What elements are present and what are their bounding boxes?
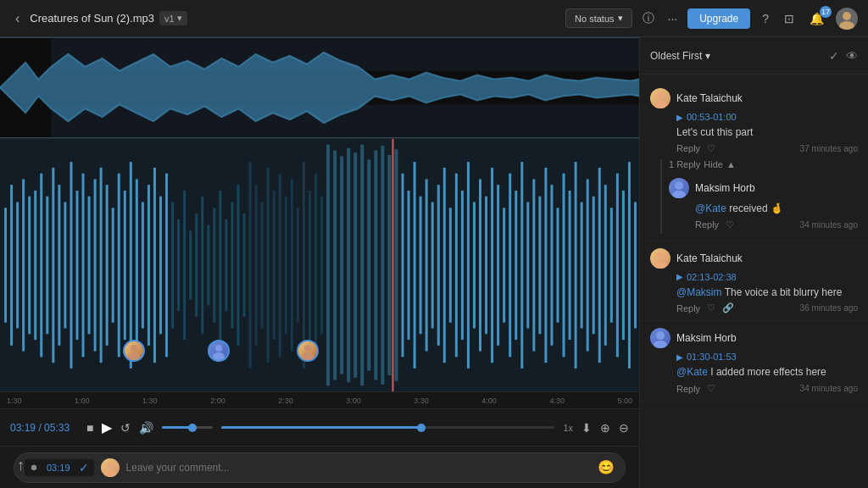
play-timestamp-icon: ▶ bbox=[676, 352, 683, 362]
version-tag[interactable]: v1 ▾ bbox=[159, 11, 187, 25]
folder-button[interactable]: ⊡ bbox=[781, 10, 798, 27]
svg-rect-83 bbox=[455, 174, 458, 358]
svg-point-119 bbox=[304, 345, 311, 352]
svg-rect-11 bbox=[16, 202, 19, 329]
svg-rect-93 bbox=[515, 191, 517, 340]
reply-button[interactable]: Reply bbox=[676, 303, 700, 313]
svg-rect-100 bbox=[556, 208, 559, 322]
svg-rect-14 bbox=[34, 191, 36, 340]
file-title: Creatures of Sun (2).mp3 bbox=[30, 12, 154, 25]
loop-button[interactable]: ↺ bbox=[120, 421, 131, 435]
playback-rate[interactable]: 1x bbox=[563, 423, 573, 433]
svg-rect-40 bbox=[189, 230, 192, 299]
help-button[interactable]: ? bbox=[759, 10, 772, 27]
play-button[interactable]: ▶ bbox=[102, 419, 112, 435]
svg-rect-97 bbox=[538, 197, 541, 335]
reply-toggle[interactable]: 1 Reply Hide ▲ bbox=[669, 159, 858, 169]
svg-point-124 bbox=[654, 101, 667, 108]
svg-rect-59 bbox=[303, 162, 305, 369]
waveform-pin-2[interactable] bbox=[208, 340, 230, 362]
like-button[interactable]: ♡ bbox=[707, 143, 715, 154]
svg-rect-34 bbox=[153, 168, 156, 363]
svg-point-127 bbox=[656, 252, 665, 260]
upgrade-button[interactable]: Upgrade bbox=[687, 8, 750, 29]
comment-timestamp-link[interactable]: 02:13-02:38 bbox=[687, 272, 737, 282]
commenter-name: Maksim Horb bbox=[676, 332, 737, 344]
svg-rect-57 bbox=[291, 179, 293, 351]
svg-rect-6 bbox=[0, 137, 639, 138]
svg-rect-62 bbox=[320, 197, 323, 335]
status-button[interactable]: No status ▾ bbox=[565, 8, 632, 28]
svg-point-122 bbox=[104, 469, 116, 477]
svg-rect-5 bbox=[0, 37, 639, 38]
download-button[interactable]: ⬇ bbox=[581, 421, 592, 435]
waveform-overview[interactable]: // Draw waveform bars - will use SVG dir… bbox=[0, 37, 639, 139]
svg-rect-73 bbox=[394, 149, 398, 381]
play-timestamp-icon: ▶ bbox=[676, 113, 683, 122]
svg-rect-113 bbox=[634, 202, 637, 329]
svg-rect-16 bbox=[46, 197, 48, 335]
comments-sidebar: Oldest First ▾ ✓ 👁 Kate Talaichuk ▶ bbox=[639, 37, 868, 488]
svg-rect-31 bbox=[136, 179, 138, 351]
svg-rect-99 bbox=[550, 185, 553, 346]
svg-rect-79 bbox=[431, 202, 434, 329]
comment-input-field[interactable] bbox=[126, 462, 591, 474]
user-avatar[interactable] bbox=[836, 8, 858, 30]
svg-point-0 bbox=[843, 12, 851, 20]
more-button[interactable]: ··· bbox=[665, 10, 682, 27]
svg-rect-104 bbox=[581, 202, 583, 329]
waveform-pin-3[interactable] bbox=[297, 340, 319, 362]
svg-rect-75 bbox=[408, 191, 410, 340]
svg-rect-21 bbox=[75, 191, 78, 340]
comments-check-icon[interactable]: ✓ bbox=[829, 49, 839, 63]
svg-rect-20 bbox=[70, 162, 72, 369]
volume-icon: 🔊 bbox=[139, 421, 153, 435]
comment-timestamp-link[interactable]: 00:53-01:00 bbox=[687, 112, 737, 122]
info-button[interactable]: ⓘ bbox=[639, 9, 658, 28]
notifications-button[interactable]: 🔔 17 bbox=[806, 10, 827, 27]
reply-item: Maksim Horb @Kate received 🤞 Reply ♡ 34 … bbox=[669, 175, 858, 234]
svg-rect-87 bbox=[479, 179, 481, 351]
stop-button[interactable]: ■ bbox=[86, 421, 93, 435]
emoji-button[interactable]: 😊 bbox=[598, 459, 615, 475]
progress-bar[interactable] bbox=[221, 426, 554, 429]
like-button[interactable]: ♡ bbox=[707, 383, 715, 394]
like-button[interactable]: ♡ bbox=[707, 302, 715, 313]
svg-rect-48 bbox=[236, 185, 239, 346]
main-layout: // Draw waveform bars - will use SVG dir… bbox=[0, 37, 868, 488]
svg-rect-88 bbox=[485, 197, 487, 335]
reply-body: @Kate received 🤞 bbox=[695, 202, 858, 216]
volume-slider[interactable] bbox=[162, 426, 213, 429]
svg-rect-63 bbox=[326, 145, 330, 385]
zoom-in-button[interactable]: ⊕ bbox=[600, 421, 610, 435]
svg-rect-98 bbox=[544, 168, 547, 363]
waveform-pin-1[interactable] bbox=[123, 340, 145, 362]
svg-rect-71 bbox=[381, 146, 384, 385]
comment-timestamp-link[interactable]: 01:30-01:53 bbox=[687, 352, 737, 362]
svg-rect-44 bbox=[213, 208, 215, 322]
back-button[interactable]: ‹ bbox=[10, 9, 25, 28]
svg-point-121 bbox=[107, 462, 114, 469]
sort-button[interactable]: Oldest First ▾ bbox=[650, 50, 824, 62]
svg-rect-85 bbox=[467, 162, 470, 369]
comment-mode-icon: ⏺ bbox=[30, 463, 38, 472]
comments-eye-icon[interactable]: 👁 bbox=[846, 49, 858, 63]
comment-timestamp-check: ✓ bbox=[79, 461, 89, 474]
upload-button[interactable]: ↑ bbox=[17, 457, 25, 474]
reply-section: 1 Reply Hide ▲ Maksim Horb @K bbox=[660, 159, 858, 234]
svg-rect-103 bbox=[575, 162, 577, 369]
comment-body: @Kate I added more effects here bbox=[676, 365, 858, 380]
waveform-main[interactable] bbox=[0, 139, 639, 391]
svg-rect-81 bbox=[443, 168, 446, 363]
nested-reply-button[interactable]: Reply bbox=[695, 219, 719, 230]
reply-button[interactable]: Reply bbox=[676, 143, 700, 153]
svg-rect-24 bbox=[94, 179, 97, 351]
zoom-out-button[interactable]: ⊖ bbox=[619, 421, 629, 435]
svg-rect-66 bbox=[347, 148, 350, 382]
svg-point-130 bbox=[654, 341, 667, 348]
nested-like-button[interactable]: ♡ bbox=[726, 219, 734, 230]
svg-rect-67 bbox=[353, 152, 357, 377]
comment-user-avatar bbox=[101, 458, 120, 477]
reply-button[interactable]: Reply bbox=[676, 384, 700, 394]
svg-rect-110 bbox=[616, 174, 619, 358]
